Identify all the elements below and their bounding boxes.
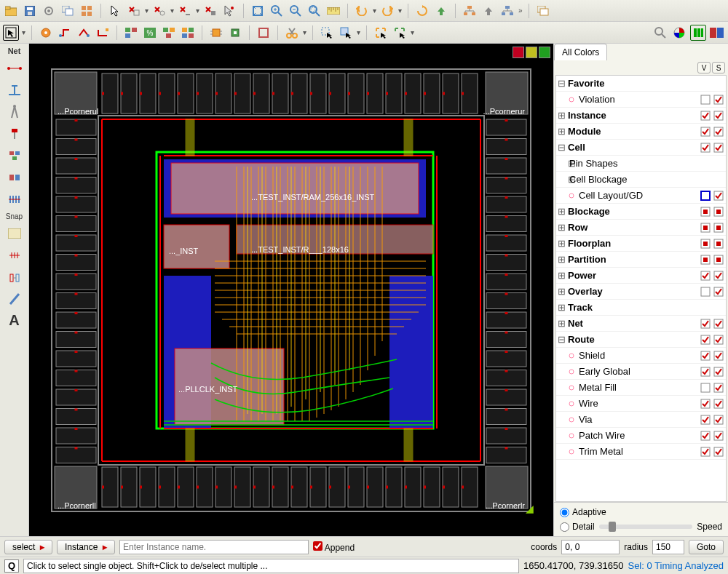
visibility-checkbox[interactable]	[700, 302, 711, 314]
route3-icon[interactable]	[95, 25, 111, 41]
route2-icon[interactable]	[76, 25, 92, 41]
windows-icon[interactable]	[60, 3, 76, 19]
tree-row[interactable]: Violation	[556, 92, 726, 108]
cursor2-icon[interactable]	[221, 3, 237, 19]
adaptive-radio[interactable]: Adaptive	[560, 507, 722, 517]
chip2-icon[interactable]	[227, 25, 243, 41]
select-checkbox[interactable]	[713, 78, 724, 89]
3d-icon[interactable]	[709, 25, 725, 41]
tool-icon[interactable]	[4, 247, 25, 264]
visibility-checkbox[interactable]	[700, 158, 711, 170]
visibility-checkbox[interactable]	[700, 126, 711, 137]
layer-tree[interactable]: ⊟FavoriteViolation⊞Instance⊞Module⊟Cell⊞…	[555, 75, 727, 502]
v-button[interactable]: V	[697, 62, 711, 73]
visibility-checkbox[interactable]	[700, 414, 711, 426]
select-checkbox[interactable]	[713, 446, 724, 458]
visibility-checkbox[interactable]	[700, 78, 711, 89]
dropdown-icon[interactable]: ▾	[196, 7, 199, 15]
more-icon[interactable]: »	[518, 7, 523, 15]
expand-icon[interactable]: ⊞	[556, 126, 566, 137]
expand-icon[interactable]: ⊟	[556, 334, 566, 345]
percent-icon[interactable]: %	[142, 25, 158, 41]
select-checkbox[interactable]	[713, 286, 724, 298]
tree-row[interactable]: ⊟Cell	[556, 140, 726, 156]
tree-row[interactable]: ⊞Module	[556, 124, 726, 140]
cursor-icon[interactable]	[107, 3, 123, 19]
tool-icon[interactable]	[4, 169, 25, 186]
select-checkbox[interactable]	[713, 206, 724, 218]
dropdown-icon[interactable]: ▾	[411, 28, 414, 36]
ruler-icon[interactable]	[325, 3, 341, 19]
visibility-checkbox[interactable]	[700, 366, 711, 378]
select-checkbox[interactable]	[713, 222, 724, 234]
visibility-checkbox[interactable]	[700, 174, 711, 186]
tree-row[interactable]: ⊞Power	[556, 268, 726, 284]
clear-4-icon[interactable]	[202, 3, 218, 19]
expand-icon[interactable]: ⊞	[556, 110, 566, 121]
tree-row[interactable]: ⊞Row	[556, 220, 726, 236]
zoom-in-icon[interactable]	[269, 3, 285, 19]
dropdown-icon[interactable]: ▾	[145, 7, 149, 15]
dropdown-icon[interactable]: ▾	[303, 28, 306, 36]
gear-icon[interactable]	[41, 3, 57, 19]
expand-icon[interactable]: ⊞	[556, 318, 566, 329]
dropdown-icon[interactable]: ▾	[398, 7, 402, 15]
select-checkbox[interactable]	[713, 302, 724, 314]
undo-icon[interactable]	[354, 3, 370, 19]
select-box-icon[interactable]	[3, 25, 19, 41]
goto-button[interactable]: Goto	[689, 540, 724, 554]
zoom-area-icon[interactable]	[306, 3, 323, 19]
expand-icon[interactable]: ⊟	[556, 78, 566, 89]
clear-2-icon[interactable]	[151, 3, 167, 19]
gear-orange-icon[interactable]	[38, 25, 54, 41]
hierarchy2-icon[interactable]	[499, 3, 515, 19]
net-tool-icon[interactable]	[4, 60, 25, 77]
tree-row[interactable]: ⊟Favorite	[556, 76, 726, 92]
canvas-ctrl-icon[interactable]	[539, 47, 550, 58]
color-icon[interactable]	[671, 25, 687, 41]
instance-button[interactable]: Instance ▸	[57, 540, 115, 554]
folder-icon[interactable]	[3, 3, 19, 19]
tree-row[interactable]: Wire	[556, 396, 726, 412]
detail-slider[interactable]	[599, 525, 693, 529]
select-checkbox[interactable]	[713, 110, 724, 121]
visibility-checkbox[interactable]	[700, 430, 711, 442]
tree-row[interactable]: ⊞Instance	[556, 108, 726, 124]
dropdown-icon[interactable]: ▾	[22, 28, 25, 36]
dropdown-icon[interactable]: ▾	[170, 7, 174, 15]
expand-icon[interactable]: ⊞	[556, 302, 566, 313]
fit2-icon[interactable]	[256, 25, 272, 41]
select-button[interactable]: select ▸	[4, 540, 52, 554]
tool-icon[interactable]	[4, 103, 25, 121]
expand-icon[interactable]: ⊞	[556, 270, 566, 281]
select-checkbox[interactable]	[713, 174, 724, 186]
fit-icon[interactable]	[250, 3, 266, 19]
dropdown-icon[interactable]: ▾	[373, 7, 376, 15]
visibility-checkbox[interactable]	[700, 398, 711, 410]
append-checkbox[interactable]: Append	[313, 541, 355, 553]
q-button[interactable]: Q	[4, 559, 19, 573]
visibility-checkbox[interactable]	[700, 318, 711, 330]
dropdown-icon[interactable]: ▾	[357, 28, 360, 36]
select-checkbox[interactable]	[713, 382, 724, 394]
tree-row[interactable]: ⊞Cell Blockage	[556, 172, 726, 188]
tree-row[interactable]: ⊞Pin Shapes	[556, 156, 726, 172]
expand-icon[interactable]: ⊞	[556, 158, 568, 169]
select-checkbox[interactable]	[713, 430, 724, 442]
tool-icon[interactable]	[4, 147, 25, 164]
select-checkbox[interactable]	[713, 334, 724, 346]
layout-canvas[interactable]: ...Pcornerul ...Pcornerur ...Pcornerll .…	[29, 44, 553, 536]
select-checkbox[interactable]	[713, 238, 724, 250]
clear-3-icon[interactable]	[177, 3, 193, 19]
sel2-icon[interactable]	[338, 25, 354, 41]
visibility-checkbox[interactable]	[700, 254, 711, 266]
visibility-checkbox[interactable]	[700, 270, 711, 282]
grid-icon[interactable]	[79, 3, 95, 19]
refresh-icon[interactable]	[414, 3, 430, 19]
s-button[interactable]: S	[712, 62, 725, 73]
visibility-checkbox[interactable]	[700, 190, 711, 202]
visibility-checkbox[interactable]	[700, 222, 711, 234]
resize-icon[interactable]: ◢	[526, 503, 534, 514]
instance-input[interactable]	[119, 540, 309, 554]
select-checkbox[interactable]	[713, 318, 724, 330]
